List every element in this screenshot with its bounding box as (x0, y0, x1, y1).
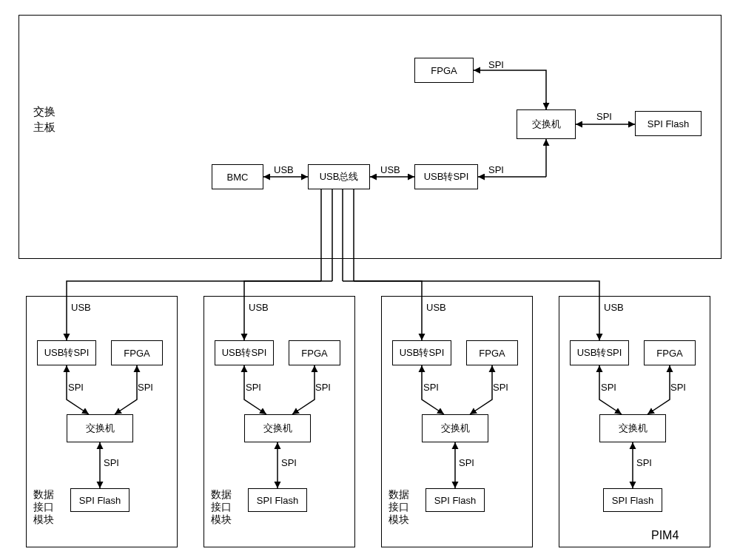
pim3-usb: USB (426, 302, 446, 313)
fpga-main-label: FPGA (431, 65, 457, 76)
pim3-fpga: FPGA (466, 340, 518, 365)
usb2spi-main-label: USB转SPI (424, 170, 469, 183)
pim1-fpga: FPGA (111, 340, 163, 365)
pim2-spi2: SPI (315, 382, 331, 393)
pim3-switch: 交换机 (422, 414, 488, 442)
pim3-spiflash: SPI Flash (426, 488, 485, 512)
fpga-main-box: FPGA (414, 58, 474, 83)
edge-usb2: USB (380, 164, 400, 175)
bmc-label: BMC (227, 172, 249, 183)
pim4-spi1: SPI (601, 382, 616, 393)
mainboard-title: 交换 主板 (33, 104, 56, 135)
switch-main-label: 交换机 (532, 118, 561, 131)
spiflash-main-box: SPI Flash (635, 111, 702, 136)
pim1-usb: USB (71, 302, 91, 313)
pim4-title: PIM4 (651, 528, 679, 542)
pim1-spi2: SPI (138, 382, 153, 393)
edge-spi3: SPI (596, 111, 612, 122)
pim3-title: 数据 接口 模块 (388, 488, 409, 525)
pim2-spiflash: SPI Flash (248, 488, 307, 512)
edge-usb1: USB (274, 164, 294, 175)
pim2-title: 数据 接口 模块 (211, 488, 232, 525)
switch-main-box: 交换机 (517, 109, 576, 139)
pim4-fpga: FPGA (644, 340, 696, 365)
pim1-spi1: SPI (68, 382, 84, 393)
pim2-usb: USB (249, 302, 269, 313)
pim2-spi3: SPI (281, 457, 297, 468)
pim1-spiflash: SPI Flash (70, 488, 130, 512)
pim2-spi1: SPI (246, 382, 261, 393)
pim4-switch: 交换机 (599, 414, 666, 442)
usb-bus-label: USB总线 (320, 170, 359, 183)
pim2-usb2spi: USB转SPI (215, 340, 274, 365)
pim4-spi3: SPI (636, 457, 652, 468)
spiflash-main-label: SPI Flash (648, 118, 689, 129)
pim4-usb2spi: USB转SPI (570, 340, 629, 365)
edge-spi2: SPI (488, 59, 504, 70)
pim1-spi3: SPI (104, 457, 119, 468)
usb-bus-box: USB总线 (308, 164, 370, 189)
usb2spi-main-box: USB转SPI (414, 164, 478, 189)
pim2-fpga: FPGA (289, 340, 340, 365)
pim1-title: 数据 接口 模块 (33, 488, 54, 525)
edge-spi1: SPI (488, 164, 504, 175)
pim4-usb: USB (604, 302, 624, 313)
mainboard-container (18, 15, 722, 259)
pim2-switch: 交换机 (244, 414, 311, 442)
pim3-usb2spi: USB转SPI (392, 340, 451, 365)
pim4-spi2: SPI (670, 382, 686, 393)
pim3-spi3: SPI (459, 457, 474, 468)
pim3-spi1: SPI (423, 382, 439, 393)
pim1-switch: 交换机 (67, 414, 133, 442)
pim1-usb2spi: USB转SPI (37, 340, 96, 365)
pim3-spi2: SPI (493, 382, 508, 393)
bmc-box: BMC (212, 164, 263, 189)
pim4-spiflash: SPI Flash (603, 488, 662, 512)
